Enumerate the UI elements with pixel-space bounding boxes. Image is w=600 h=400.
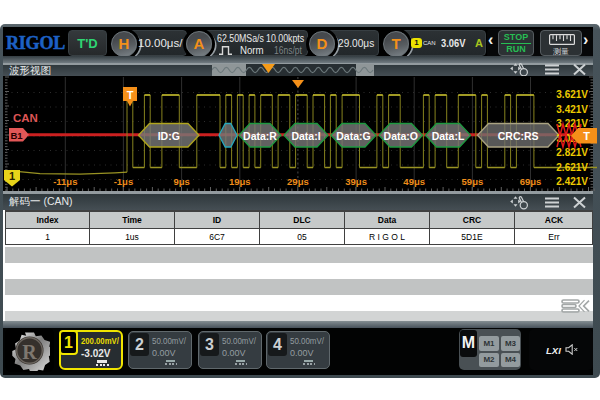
svg-text:-11μs: -11μs [53,176,77,187]
svg-text:2.421V: 2.421V [556,176,588,187]
svg-text:1: 1 [9,170,15,182]
svg-text:3.421V: 3.421V [556,104,588,115]
svg-text:-1μs: -1μs [114,176,134,187]
svg-text:49μs: 49μs [403,176,425,187]
svg-text:CAN: CAN [13,112,38,124]
svg-text:Data:L: Data:L [432,130,465,142]
svg-text:2.621V: 2.621V [556,162,588,173]
svg-text:ID:G: ID:G [158,130,180,142]
svg-text:29μs: 29μs [287,176,309,187]
svg-text:59μs: 59μs [462,176,484,187]
svg-text:19μs: 19μs [229,176,251,187]
svg-text:Data:O: Data:O [384,130,418,142]
svg-text:9μs: 9μs [173,176,189,187]
svg-text:3.221V: 3.221V [556,118,588,129]
svg-text:Data:G: Data:G [336,130,370,142]
svg-text:CRC:RS: CRC:RS [498,130,539,142]
svg-text:3.621V: 3.621V [556,89,588,100]
svg-text:39μs: 39μs [345,176,367,187]
svg-text:B1: B1 [11,130,24,141]
svg-text:T: T [583,130,590,142]
svg-text:69μs: 69μs [520,176,542,187]
svg-text:2.821V: 2.821V [556,147,588,158]
svg-text:Data:R: Data:R [243,130,277,142]
svg-text:Data:I: Data:I [291,130,320,142]
svg-text:T: T [127,89,134,101]
svg-text:R: R [22,341,37,363]
